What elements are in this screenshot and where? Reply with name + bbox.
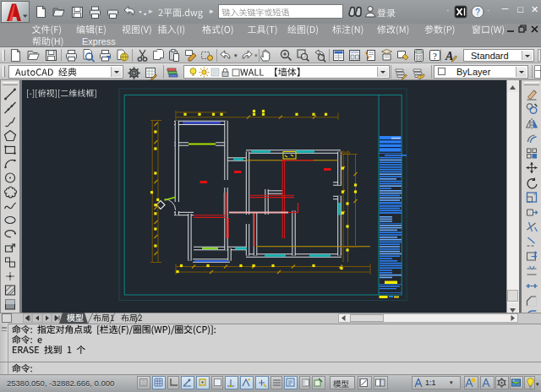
svg-text:?: ? [433,51,437,61]
svg-text:?: ? [475,8,480,17]
